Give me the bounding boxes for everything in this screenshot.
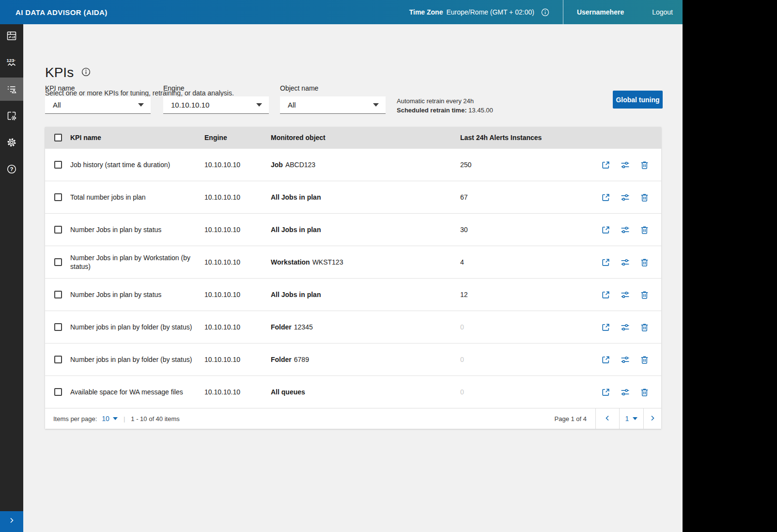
- kpi-name-cell: Total number jobs in plan: [70, 193, 204, 202]
- table-row: Number Jobs in plan by Workstation (by s…: [45, 246, 661, 278]
- tuning-button[interactable]: [621, 225, 630, 235]
- delete-button[interactable]: [640, 290, 649, 299]
- open-kpi-button[interactable]: [601, 258, 610, 267]
- svg-text:?: ?: [10, 166, 13, 172]
- monitored-object-cell: All queues: [271, 388, 460, 396]
- delete-button[interactable]: [640, 193, 649, 202]
- tuning-button[interactable]: [621, 355, 630, 364]
- caret-down-icon: [256, 103, 262, 107]
- table-row: Number jobs in plan by folder (by status…: [45, 343, 661, 376]
- prev-page-button[interactable]: [595, 408, 619, 429]
- kpi-name-cell: Number Jobs in plan by status: [70, 290, 204, 299]
- object-name-select[interactable]: All: [280, 96, 386, 114]
- column-header-engine: Engine: [204, 134, 271, 141]
- engine-select-value: 10.10.10.10: [171, 101, 209, 109]
- delete-button[interactable]: [640, 355, 649, 364]
- monitored-object-cell: Folder6789: [271, 356, 460, 363]
- main-content: KPIs Select one or more KPIs for tuning,…: [23, 24, 683, 532]
- delete-button[interactable]: [640, 258, 649, 267]
- items-per-page-label: Items per page:: [53, 415, 97, 422]
- delete-button[interactable]: [640, 160, 649, 170]
- current-page-value: 1: [625, 415, 629, 422]
- next-page-button[interactable]: [643, 408, 661, 429]
- row-checkbox[interactable]: [54, 258, 62, 266]
- items-per-page-select[interactable]: 10: [102, 415, 118, 422]
- row-checkbox[interactable]: [54, 161, 62, 169]
- tuning-button[interactable]: [621, 193, 630, 202]
- page-info-icon[interactable]: [81, 67, 91, 78]
- row-checkbox[interactable]: [54, 388, 62, 396]
- kpi-name-select-value: All: [53, 101, 61, 109]
- object-type: Folder: [271, 323, 292, 331]
- tuning-button[interactable]: [621, 258, 630, 267]
- row-checkbox[interactable]: [54, 356, 62, 363]
- table-row: Job history (start time & duration) 10.1…: [45, 148, 661, 181]
- tuning-button[interactable]: [621, 323, 630, 332]
- filter-kpi-name-label: KPI name: [45, 84, 151, 92]
- monitored-object-cell: All Jobs in plan: [271, 226, 460, 234]
- kpi-name-select[interactable]: All: [45, 96, 151, 114]
- open-kpi-button[interactable]: [601, 225, 610, 235]
- open-kpi-button[interactable]: [601, 160, 610, 170]
- caret-down-icon: [373, 103, 379, 107]
- object-type: All queues: [271, 388, 305, 396]
- object-type: All Jobs in plan: [271, 226, 321, 234]
- open-kpi-button[interactable]: [601, 290, 610, 299]
- filter-kpi-name: KPI name All: [45, 84, 151, 114]
- alerts-cell: 30: [460, 226, 589, 234]
- delete-button[interactable]: [640, 388, 649, 397]
- tuning-button[interactable]: [621, 290, 630, 299]
- open-kpi-button[interactable]: [601, 355, 610, 364]
- row-checkbox[interactable]: [54, 193, 62, 201]
- username[interactable]: Usernamehere: [577, 8, 624, 16]
- filter-object-name-label: Object name: [280, 84, 386, 92]
- kpi-name-cell: Number jobs in plan by folder (by status…: [70, 355, 204, 364]
- monitored-object-cell: Folder12345: [271, 323, 460, 331]
- timezone-info-icon[interactable]: [541, 8, 549, 16]
- row-checkbox[interactable]: [54, 226, 62, 234]
- tuning-button[interactable]: [621, 160, 630, 170]
- sidebar-expand-button[interactable]: [0, 511, 23, 532]
- engine-select[interactable]: 10.10.10.10: [163, 96, 269, 114]
- row-checkbox[interactable]: [54, 291, 62, 298]
- sidebar-item-settings[interactable]: [0, 131, 23, 154]
- number-trend-icon: 123·: [6, 57, 17, 68]
- sidebar-item-anomaly-forecast[interactable]: 123·: [0, 51, 23, 74]
- row-checkbox[interactable]: [54, 323, 62, 331]
- object-type: All Jobs in plan: [271, 291, 321, 298]
- kpi-name-cell: Number jobs in plan by folder (by status…: [70, 323, 204, 331]
- items-per-page-value: 10: [102, 415, 109, 422]
- logout-button[interactable]: Logout: [652, 8, 673, 16]
- sidebar-item-kpi-configuration[interactable]: [0, 104, 23, 127]
- kpi-name-cell: Number Jobs in plan by Workstation (by s…: [70, 253, 204, 271]
- delete-button[interactable]: [640, 225, 649, 235]
- select-all-checkbox[interactable]: [54, 134, 62, 141]
- open-kpi-button[interactable]: [601, 323, 610, 332]
- open-kpi-button[interactable]: [601, 388, 610, 397]
- engine-cell: 10.10.10.10: [204, 193, 271, 201]
- engine-cell: 10.10.10.10: [204, 356, 271, 363]
- object-name: 6789: [294, 356, 309, 363]
- object-name: 12345: [294, 323, 313, 331]
- table-row: Number Jobs in plan by status 10.10.10.1…: [45, 278, 661, 311]
- sidebar-item-kpis[interactable]: [0, 78, 23, 101]
- open-kpi-button[interactable]: [601, 193, 610, 202]
- sidebar-item-help[interactable]: ?: [0, 157, 23, 181]
- object-type: Folder: [271, 356, 292, 363]
- alerts-cell: 4: [460, 258, 589, 266]
- delete-button[interactable]: [640, 323, 649, 332]
- top-header: AI DATA ADVISOR (AIDA) Time Zone Europe/…: [0, 0, 683, 24]
- page-number-select[interactable]: 1: [619, 408, 643, 429]
- sidebar-nav: 123·: [0, 24, 23, 532]
- monitored-object-cell: WorkstationWKST123: [271, 258, 460, 266]
- screen-letterbox: [683, 0, 777, 532]
- tuning-button[interactable]: [621, 388, 630, 397]
- pagination-separator: |: [124, 415, 125, 422]
- global-tuning-button[interactable]: Global tuning: [613, 91, 663, 109]
- gear-icon: [6, 137, 17, 148]
- engine-cell: 10.10.10.10: [204, 388, 271, 396]
- filter-engine: Engine 10.10.10.10: [163, 84, 269, 114]
- engine-cell: 10.10.10.10: [204, 226, 271, 234]
- sidebar-item-dashboard[interactable]: [0, 24, 23, 47]
- timezone-label: Time Zone: [409, 8, 443, 16]
